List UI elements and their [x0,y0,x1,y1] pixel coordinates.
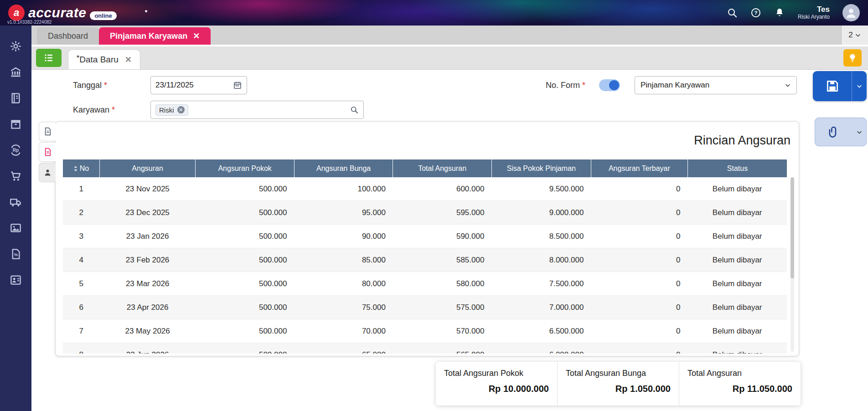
journal-icon[interactable] [6,88,26,108]
tab-pinjaman-karyawan[interactable]: Pinjaman Karyawan ✕ [99,27,211,45]
karyawan-input[interactable]: Riski ✕ [150,101,364,119]
table-cell: 70.000 [294,319,393,343]
assets-icon[interactable] [6,218,26,238]
close-tab-icon[interactable]: ✕ [193,32,200,40]
scrollbar-thumb[interactable] [790,177,794,278]
employee-search-icon[interactable] [350,105,359,114]
doc-tab-data-baru[interactable]: *Data Baru ✕ [68,49,140,69]
table-cell: 600.000 [393,177,492,201]
table-cell: 0 [591,225,687,248]
sales-icon[interactable] [6,192,26,212]
tab-dashboard[interactable]: Dashboard [37,27,99,45]
table-scrollbar [790,177,794,352]
calendar-icon[interactable] [233,81,242,90]
totals-card: Total Angsuran Pokok Rp 10.000.000 Total… [436,362,801,406]
no-form-toggle[interactable] [599,79,620,91]
table-viewport: No Angsuran Angsuran Pokok Angsuran Bung… [63,159,794,354]
table-cell: 23 Mar 2026 [99,272,196,296]
svg-text:%: % [14,252,18,257]
total-angsuran-pokok: Total Angsuran Pokok Rp 10.000.000 [436,362,557,406]
table-cell: 0 [591,177,687,201]
side-tab-employee[interactable] [39,163,56,182]
table-cell: Belum dibayar [687,201,787,225]
purchases-icon[interactable] [6,166,26,186]
user-subtitle: Riski Aryanto [798,14,830,21]
table-cell: 100.000 [294,177,393,201]
table-cell: 500.000 [196,343,294,354]
table-row[interactable]: 723 May 2026500.00070.000570.0006.500.00… [63,319,787,343]
table-cell: 80.000 [294,272,393,296]
tab-counter[interactable]: 2 [841,26,868,45]
table-row[interactable]: 123 Nov 2025500.000100.000600.0009.500.0… [63,177,787,201]
help-icon[interactable]: ? [750,7,761,18]
col-angsuran-terbayar[interactable]: Angsuran Terbayar [591,159,687,177]
tanggal-input[interactable]: 23/11/2025 [150,76,247,94]
table-cell: 9.500.000 [491,177,591,201]
side-tab-detail[interactable] [39,142,56,162]
form-type-select[interactable]: Pinjaman Karyawan [635,76,797,94]
lightbulb-icon [847,53,858,63]
installment-table: No Angsuran Angsuran Pokok Angsuran Bung… [63,159,787,354]
side-tab-document[interactable] [39,122,56,141]
table-cell: 0 [591,296,687,319]
col-sisa-pokok[interactable]: Sisa Pokok Pinjaman [491,159,591,177]
search-icon[interactable] [727,7,738,18]
col-status[interactable]: Status [687,159,787,177]
table-cell: 6.500.000 [491,319,591,343]
contacts-icon[interactable] [6,270,26,290]
notifications-bell-icon[interactable] [774,7,785,18]
table-cell: 500.000 [196,177,294,201]
table-cell: Belum dibayar [687,248,787,272]
attachment-button[interactable] [815,118,867,146]
save-button[interactable] [813,71,867,101]
paperclip-icon [815,126,852,139]
table-cell: 500.000 [196,248,294,272]
app-root: a accurate online v1.0.1#3382-2224082 ? … [0,0,868,411]
tips-button[interactable] [843,49,862,67]
form-area: Tanggal* 23/11/2025 No. Form* [31,70,868,121]
table-row[interactable]: 223 Dec 2025500.00095.000595.0009.000.00… [63,201,787,225]
table-cell: 590.000 [393,225,492,248]
company-icon[interactable] [6,62,26,82]
karyawan-label: Karyawan* [73,105,115,115]
table-cell: Belum dibayar [687,272,787,296]
col-angsuran[interactable]: Angsuran [99,159,196,177]
avatar[interactable] [842,4,860,21]
user-info: Tes Riski Aryanto [798,5,830,20]
table-cell: 75.000 [294,296,393,319]
table-cell: 8 [63,343,99,354]
table-cell: 575.000 [393,296,492,319]
window-tabbar: Dashboard Pinjaman Karyawan ✕ 2 [31,26,868,45]
table-cell: 500.000 [196,296,294,319]
col-no[interactable]: No [63,159,99,177]
list-menu-button[interactable] [36,49,62,67]
save-icon [813,79,852,93]
cash-bank-icon[interactable]: Rp [6,140,26,160]
installment-panel: Rincian Angsuran No [55,121,799,356]
save-options-chevron[interactable] [852,71,867,101]
table-cell: 90.000 [294,225,393,248]
attachment-options-chevron[interactable] [852,129,866,135]
table-cell: 4 [63,248,99,272]
col-total-angsuran[interactable]: Total Angsuran [393,159,492,177]
table-row[interactable]: 323 Jan 2026500.00090.000590.0008.500.00… [63,225,787,248]
total-label: Total Angsuran Bunga [566,369,671,378]
table-cell: 8.000.000 [491,248,591,272]
remove-chip-icon[interactable]: ✕ [177,106,185,113]
col-angsuran-pokok[interactable]: Angsuran Pokok [196,159,294,177]
table-cell: 65.000 [294,343,393,354]
table-row[interactable]: 823 Jun 2026500.00065.000565.0006.000.00… [63,343,787,354]
table-row[interactable]: 523 Mar 2026500.00080.000580.0007.500.00… [63,272,787,296]
tanggal-value: 23/11/2025 [155,81,194,90]
settings-icon[interactable] [6,36,26,56]
col-angsuran-bunga[interactable]: Angsuran Bunga [294,159,393,177]
app-logo: a accurate online [8,5,117,21]
table-row[interactable]: 423 Feb 2026500.00085.000585.0008.000.00… [63,248,787,272]
close-doc-tab-icon[interactable]: ✕ [125,56,132,64]
table-cell: 500.000 [196,201,294,225]
tax-icon[interactable]: % [6,244,26,264]
svg-text:?: ? [754,10,757,15]
inventory-icon[interactable] [6,114,26,134]
table-cell: 23 Jan 2026 [99,225,196,248]
table-row[interactable]: 623 Apr 2026500.00075.000575.0007.000.00… [63,296,787,319]
